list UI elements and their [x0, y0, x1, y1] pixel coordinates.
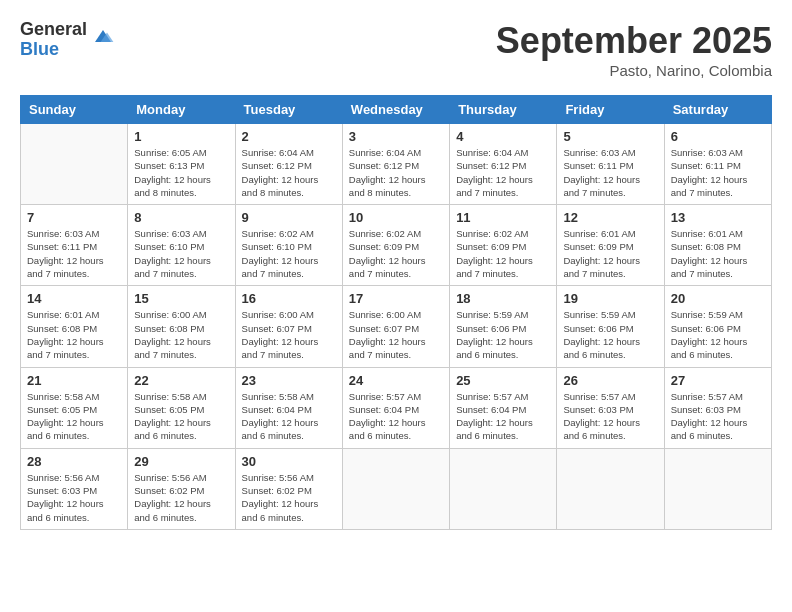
day-cell-10: 10Sunrise: 6:02 AM Sunset: 6:09 PM Dayli…: [342, 205, 449, 286]
day-info: Sunrise: 6:02 AM Sunset: 6:09 PM Dayligh…: [349, 227, 443, 280]
day-cell-7: 7Sunrise: 6:03 AM Sunset: 6:11 PM Daylig…: [21, 205, 128, 286]
day-cell-16: 16Sunrise: 6:00 AM Sunset: 6:07 PM Dayli…: [235, 286, 342, 367]
day-info: Sunrise: 6:03 AM Sunset: 6:11 PM Dayligh…: [671, 146, 765, 199]
day-info: Sunrise: 6:01 AM Sunset: 6:08 PM Dayligh…: [27, 308, 121, 361]
day-cell-13: 13Sunrise: 6:01 AM Sunset: 6:08 PM Dayli…: [664, 205, 771, 286]
day-number: 24: [349, 373, 443, 388]
day-info: Sunrise: 6:00 AM Sunset: 6:07 PM Dayligh…: [349, 308, 443, 361]
day-info: Sunrise: 5:58 AM Sunset: 6:05 PM Dayligh…: [134, 390, 228, 443]
day-number: 6: [671, 129, 765, 144]
day-info: Sunrise: 5:58 AM Sunset: 6:05 PM Dayligh…: [27, 390, 121, 443]
day-info: Sunrise: 6:03 AM Sunset: 6:11 PM Dayligh…: [563, 146, 657, 199]
day-info: Sunrise: 5:57 AM Sunset: 6:03 PM Dayligh…: [563, 390, 657, 443]
column-header-thursday: Thursday: [450, 96, 557, 124]
column-header-monday: Monday: [128, 96, 235, 124]
day-number: 2: [242, 129, 336, 144]
day-cell-9: 9Sunrise: 6:02 AM Sunset: 6:10 PM Daylig…: [235, 205, 342, 286]
empty-cell: [557, 448, 664, 529]
day-info: Sunrise: 6:00 AM Sunset: 6:07 PM Dayligh…: [242, 308, 336, 361]
day-cell-25: 25Sunrise: 5:57 AM Sunset: 6:04 PM Dayli…: [450, 367, 557, 448]
column-header-saturday: Saturday: [664, 96, 771, 124]
day-cell-5: 5Sunrise: 6:03 AM Sunset: 6:11 PM Daylig…: [557, 124, 664, 205]
logo-blue: Blue: [20, 40, 87, 60]
day-cell-18: 18Sunrise: 5:59 AM Sunset: 6:06 PM Dayli…: [450, 286, 557, 367]
week-row-5: 28Sunrise: 5:56 AM Sunset: 6:03 PM Dayli…: [21, 448, 772, 529]
location-subtitle: Pasto, Narino, Colombia: [496, 62, 772, 79]
day-number: 21: [27, 373, 121, 388]
day-info: Sunrise: 6:02 AM Sunset: 6:09 PM Dayligh…: [456, 227, 550, 280]
calendar-header-row: SundayMondayTuesdayWednesdayThursdayFrid…: [21, 96, 772, 124]
week-row-1: 1Sunrise: 6:05 AM Sunset: 6:13 PM Daylig…: [21, 124, 772, 205]
day-number: 16: [242, 291, 336, 306]
day-cell-19: 19Sunrise: 5:59 AM Sunset: 6:06 PM Dayli…: [557, 286, 664, 367]
day-cell-24: 24Sunrise: 5:57 AM Sunset: 6:04 PM Dayli…: [342, 367, 449, 448]
day-number: 20: [671, 291, 765, 306]
logo-general: General: [20, 20, 87, 40]
column-header-friday: Friday: [557, 96, 664, 124]
day-cell-26: 26Sunrise: 5:57 AM Sunset: 6:03 PM Dayli…: [557, 367, 664, 448]
day-number: 3: [349, 129, 443, 144]
day-cell-14: 14Sunrise: 6:01 AM Sunset: 6:08 PM Dayli…: [21, 286, 128, 367]
day-number: 15: [134, 291, 228, 306]
day-number: 11: [456, 210, 550, 225]
empty-cell: [664, 448, 771, 529]
day-info: Sunrise: 5:58 AM Sunset: 6:04 PM Dayligh…: [242, 390, 336, 443]
day-number: 28: [27, 454, 121, 469]
day-cell-17: 17Sunrise: 6:00 AM Sunset: 6:07 PM Dayli…: [342, 286, 449, 367]
day-info: Sunrise: 5:59 AM Sunset: 6:06 PM Dayligh…: [563, 308, 657, 361]
day-number: 26: [563, 373, 657, 388]
day-info: Sunrise: 6:05 AM Sunset: 6:13 PM Dayligh…: [134, 146, 228, 199]
day-number: 30: [242, 454, 336, 469]
day-info: Sunrise: 5:57 AM Sunset: 6:04 PM Dayligh…: [456, 390, 550, 443]
week-row-2: 7Sunrise: 6:03 AM Sunset: 6:11 PM Daylig…: [21, 205, 772, 286]
day-number: 19: [563, 291, 657, 306]
day-info: Sunrise: 6:01 AM Sunset: 6:09 PM Dayligh…: [563, 227, 657, 280]
column-header-sunday: Sunday: [21, 96, 128, 124]
day-number: 22: [134, 373, 228, 388]
day-cell-3: 3Sunrise: 6:04 AM Sunset: 6:12 PM Daylig…: [342, 124, 449, 205]
day-number: 5: [563, 129, 657, 144]
day-number: 12: [563, 210, 657, 225]
day-info: Sunrise: 5:56 AM Sunset: 6:03 PM Dayligh…: [27, 471, 121, 524]
day-number: 13: [671, 210, 765, 225]
week-row-4: 21Sunrise: 5:58 AM Sunset: 6:05 PM Dayli…: [21, 367, 772, 448]
calendar-table: SundayMondayTuesdayWednesdayThursdayFrid…: [20, 95, 772, 530]
day-number: 10: [349, 210, 443, 225]
day-number: 8: [134, 210, 228, 225]
day-cell-21: 21Sunrise: 5:58 AM Sunset: 6:05 PM Dayli…: [21, 367, 128, 448]
day-info: Sunrise: 5:59 AM Sunset: 6:06 PM Dayligh…: [671, 308, 765, 361]
day-cell-27: 27Sunrise: 5:57 AM Sunset: 6:03 PM Dayli…: [664, 367, 771, 448]
day-cell-23: 23Sunrise: 5:58 AM Sunset: 6:04 PM Dayli…: [235, 367, 342, 448]
logo: General Blue: [20, 20, 115, 60]
day-cell-20: 20Sunrise: 5:59 AM Sunset: 6:06 PM Dayli…: [664, 286, 771, 367]
day-info: Sunrise: 6:03 AM Sunset: 6:10 PM Dayligh…: [134, 227, 228, 280]
day-info: Sunrise: 6:04 AM Sunset: 6:12 PM Dayligh…: [242, 146, 336, 199]
day-cell-11: 11Sunrise: 6:02 AM Sunset: 6:09 PM Dayli…: [450, 205, 557, 286]
day-info: Sunrise: 5:57 AM Sunset: 6:03 PM Dayligh…: [671, 390, 765, 443]
day-number: 1: [134, 129, 228, 144]
column-header-wednesday: Wednesday: [342, 96, 449, 124]
day-number: 14: [27, 291, 121, 306]
day-cell-12: 12Sunrise: 6:01 AM Sunset: 6:09 PM Dayli…: [557, 205, 664, 286]
day-info: Sunrise: 6:04 AM Sunset: 6:12 PM Dayligh…: [349, 146, 443, 199]
empty-cell: [21, 124, 128, 205]
day-number: 9: [242, 210, 336, 225]
title-block: September 2025 Pasto, Narino, Colombia: [496, 20, 772, 79]
week-row-3: 14Sunrise: 6:01 AM Sunset: 6:08 PM Dayli…: [21, 286, 772, 367]
day-number: 17: [349, 291, 443, 306]
day-cell-15: 15Sunrise: 6:00 AM Sunset: 6:08 PM Dayli…: [128, 286, 235, 367]
day-cell-4: 4Sunrise: 6:04 AM Sunset: 6:12 PM Daylig…: [450, 124, 557, 205]
day-info: Sunrise: 5:59 AM Sunset: 6:06 PM Dayligh…: [456, 308, 550, 361]
day-info: Sunrise: 6:03 AM Sunset: 6:11 PM Dayligh…: [27, 227, 121, 280]
day-number: 4: [456, 129, 550, 144]
day-cell-22: 22Sunrise: 5:58 AM Sunset: 6:05 PM Dayli…: [128, 367, 235, 448]
day-number: 29: [134, 454, 228, 469]
day-info: Sunrise: 6:02 AM Sunset: 6:10 PM Dayligh…: [242, 227, 336, 280]
day-number: 25: [456, 373, 550, 388]
day-cell-30: 30Sunrise: 5:56 AM Sunset: 6:02 PM Dayli…: [235, 448, 342, 529]
day-info: Sunrise: 6:01 AM Sunset: 6:08 PM Dayligh…: [671, 227, 765, 280]
day-cell-28: 28Sunrise: 5:56 AM Sunset: 6:03 PM Dayli…: [21, 448, 128, 529]
day-number: 27: [671, 373, 765, 388]
day-number: 18: [456, 291, 550, 306]
page-header: General Blue September 2025 Pasto, Narin…: [20, 20, 772, 79]
